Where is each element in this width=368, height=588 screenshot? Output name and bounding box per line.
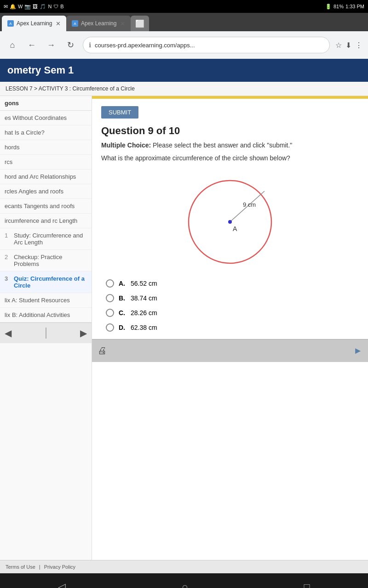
time-display: 1:33 PM: [345, 4, 364, 9]
radio-a[interactable]: [106, 279, 114, 288]
back-nav-button[interactable]: ◁: [58, 581, 66, 588]
address-bar: ⌂ ← → ↻ ℹ courses-prd.apexlearning.com/a…: [0, 31, 368, 59]
next-arrow-button[interactable]: ►: [353, 345, 362, 356]
app-icon-8: 🛡: [53, 4, 58, 9]
answer-value-a: 56.52 cm: [131, 280, 157, 287]
content-area: SUBMIT Question 9 of 10 Multiple Choice:…: [92, 96, 368, 560]
breadcrumb-text: LESSON 7 > ACTIVITY 3 : Circumference of…: [6, 85, 135, 92]
inactive-tab-close[interactable]: ✕: [120, 20, 125, 27]
nav-divider: [46, 328, 46, 339]
browser-action-icons: ☆ ⬇ ⋮: [335, 41, 362, 50]
download-icon[interactable]: ⬇: [345, 41, 351, 50]
sidebar-next-button[interactable]: ▶: [80, 328, 87, 339]
url-input-box[interactable]: ℹ courses-prd.apexlearning.com/apps...: [83, 37, 330, 53]
radio-d[interactable]: [106, 323, 114, 332]
active-tab[interactable]: A Apex Learning ✕: [2, 16, 66, 31]
sidebar-item-circle[interactable]: hat Is a Circle?: [0, 125, 92, 140]
menu-icon[interactable]: ⋮: [355, 41, 362, 50]
sidebar-item-circles-angles[interactable]: rcles Angles and roofs: [0, 184, 92, 199]
question-type-desc: Please select the best answer and click …: [153, 141, 292, 149]
question-type: Multiple Choice: Please select the best …: [101, 141, 359, 149]
answer-letter-b: B.: [119, 294, 126, 302]
status-left-icons: ✉ 🔔 W 📷 🖼 🎵 N 🛡 B: [4, 4, 64, 10]
main-layout: gons es Without Coordinates hat Is a Cir…: [0, 96, 368, 560]
sidebar-item-chords[interactable]: hords: [0, 140, 92, 155]
page-header: ometry Sem 1: [0, 59, 368, 82]
active-tab-favicon: A: [7, 20, 14, 27]
radio-c[interactable]: [106, 309, 114, 317]
sidebar-item-quiz[interactable]: 3 Quiz: Circumference of a Circle: [0, 271, 92, 293]
quiz-content: SUBMIT Question 9 of 10 Multiple Choice:…: [92, 99, 368, 339]
gmail-icon: ✉: [4, 4, 8, 10]
app-icon-6: 🎵: [40, 4, 46, 10]
app-icon-4: 📷: [24, 4, 31, 10]
battery-icon: 🔋: [325, 4, 332, 10]
sidebar-item-appendix-b[interactable]: lix B: Additional Activities: [0, 308, 92, 322]
answer-option-b[interactable]: B. 38.74 cm: [106, 294, 359, 302]
answer-value-c: 28.26 cm: [131, 309, 157, 317]
submit-button[interactable]: SUBMIT: [101, 106, 138, 119]
question-text: What is the approximate circumference of…: [101, 154, 359, 162]
sidebar-item-no-coords[interactable]: es Without Coordinates: [0, 111, 92, 125]
answer-letter-c: C.: [119, 309, 126, 317]
answer-options: A. 56.52 cm B. 38.74 cm C. 28.26 cm D. 6: [101, 279, 359, 332]
answer-value-b: 38.74 cm: [131, 294, 157, 302]
sidebar-item-circumference[interactable]: ircumference and rc Length: [0, 214, 92, 228]
sidebar-item-chord-arc[interactable]: hord and Arc Relationships: [0, 170, 92, 184]
url-text: courses-prd.apexlearning.com/apps...: [95, 42, 324, 49]
svg-text:9 cm: 9 cm: [243, 201, 256, 208]
recents-nav-button[interactable]: □: [304, 581, 310, 588]
inactive-tab[interactable]: A Apex Learning ✕: [66, 16, 131, 31]
privacy-link[interactable]: Privacy Policy: [44, 564, 75, 570]
svg-text:A: A: [233, 225, 237, 232]
app-icon-5: 🖼: [33, 4, 38, 9]
answer-option-d[interactable]: D. 62.38 cm: [106, 323, 359, 332]
page-title: ometry Sem 1: [7, 64, 74, 76]
footer: Terms of Use | Privacy Policy: [0, 560, 368, 573]
answer-letter-a: A.: [119, 280, 126, 287]
app-icon-7: N: [48, 4, 52, 9]
sidebar-item-checkup[interactable]: 2 Checkup: Practice Problems: [0, 250, 92, 271]
circle-diagram: A 9 cm: [175, 169, 285, 270]
svg-point-2: [228, 220, 232, 224]
forward-button[interactable]: →: [44, 40, 58, 50]
answer-value-d: 62.38 cm: [131, 324, 157, 331]
home-nav-button[interactable]: ○: [182, 581, 188, 588]
browser-chrome: A Apex Learning ✕ A Apex Learning ✕ ⬜ ⌂ …: [0, 13, 368, 59]
sidebar-item-study[interactable]: 1 Study: Circumference and Arc Length: [0, 228, 92, 250]
app-icon-9: B: [60, 4, 63, 9]
radio-b[interactable]: [106, 294, 114, 302]
inactive-tab-label: Apex Learning: [81, 20, 116, 27]
app-icon-2: 🔔: [10, 4, 16, 10]
question-type-label: Multiple Choice:: [101, 141, 151, 149]
sidebar-prev-button[interactable]: ◀: [5, 328, 12, 339]
security-icon: ℹ: [89, 41, 91, 49]
sidebar: gons es Without Coordinates hat Is a Cir…: [0, 96, 92, 560]
terms-link[interactable]: Terms of Use: [6, 564, 35, 570]
sidebar-item-appendix-a[interactable]: lix A: Student Resources: [0, 293, 92, 308]
app-icon-3: W: [18, 4, 23, 9]
sidebar-item-arcs[interactable]: rcs: [0, 155, 92, 170]
bookmark-icon[interactable]: ☆: [335, 41, 342, 50]
sidebar-section-title: gons: [0, 96, 92, 111]
sidebar-nav-bottom: ◀ ▶: [0, 322, 92, 343]
breadcrumb: LESSON 7 > ACTIVITY 3 : Circumference of…: [0, 82, 368, 96]
inactive-tab-favicon: A: [72, 20, 78, 27]
print-button[interactable]: 🖨: [98, 345, 107, 356]
answer-option-c[interactable]: C. 28.26 cm: [106, 309, 359, 317]
android-nav-bar: ◁ ○ □: [0, 573, 368, 588]
sidebar-item-secants[interactable]: ecants Tangents and roofs: [0, 199, 92, 214]
footer-separator: |: [39, 564, 40, 570]
refresh-button[interactable]: ↻: [63, 40, 77, 50]
status-right-info: 🔋 81% 1:33 PM: [325, 4, 364, 10]
new-tab-button[interactable]: ⬜: [131, 16, 149, 31]
tab-bar: A Apex Learning ✕ A Apex Learning ✕ ⬜: [0, 13, 368, 31]
back-button[interactable]: ←: [25, 40, 39, 50]
answer-option-a[interactable]: A. 56.52 cm: [106, 279, 359, 288]
home-button[interactable]: ⌂: [6, 40, 19, 50]
diagram-container: A 9 cm: [101, 169, 359, 270]
active-tab-close[interactable]: ✕: [56, 20, 61, 27]
answer-letter-d: D.: [119, 324, 126, 331]
battery-percent: 81%: [334, 4, 344, 9]
active-tab-label: Apex Learning: [17, 20, 52, 27]
